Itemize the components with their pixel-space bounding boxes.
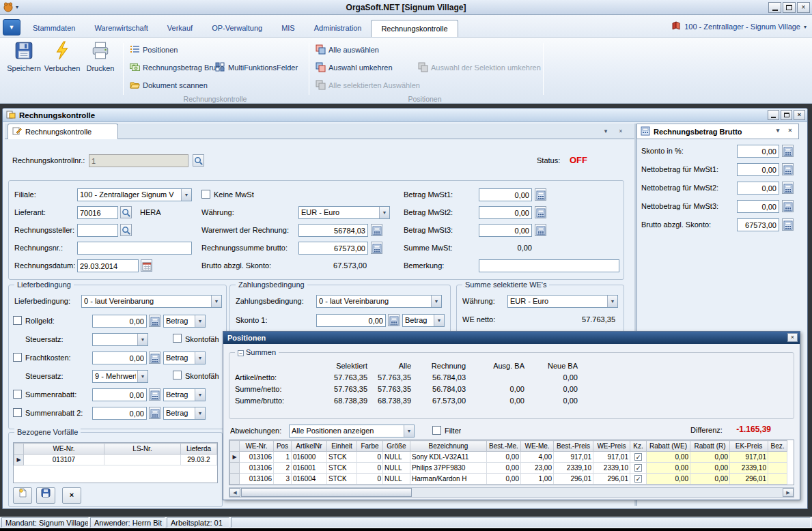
column-header[interactable]: Rabatt (WE) bbox=[647, 441, 690, 452]
warenwert-input[interactable] bbox=[298, 224, 368, 237]
brutto-pane-header[interactable]: Rechnungsbetrag Brutto ▾ × bbox=[636, 124, 799, 139]
column-header[interactable]: Einheit bbox=[327, 441, 357, 452]
column-header[interactable]: Pos bbox=[274, 441, 292, 452]
grid-cell[interactable] bbox=[104, 455, 181, 465]
rechnungsdatum-calendar-button[interactable] bbox=[141, 259, 152, 272]
grid-cell[interactable]: ✓ bbox=[630, 452, 647, 463]
grid-cell[interactable]: 0,00 bbox=[690, 463, 730, 474]
application-menu-button[interactable]: ▼ bbox=[3, 19, 20, 35]
abweichungen-select[interactable]: Alle Positionen anzeigen▼ bbox=[289, 425, 415, 437]
grid-cell[interactable]: NULL bbox=[383, 463, 410, 474]
grid-cell[interactable]: NULL bbox=[383, 474, 410, 485]
checked-checkbox[interactable]: ✓ bbox=[634, 475, 642, 483]
dokument-scannen-button[interactable]: Dokument scannen bbox=[130, 78, 208, 92]
lieferant-search-button[interactable] bbox=[120, 206, 132, 218]
grid-cell[interactable]: 016004 bbox=[292, 474, 327, 485]
app-icon[interactable] bbox=[3, 1, 14, 14]
column-header[interactable]: WE-Me. bbox=[521, 441, 554, 452]
rechnungssumme-input[interactable] bbox=[298, 242, 368, 255]
kontrollnr-input[interactable] bbox=[89, 154, 188, 167]
netto-mwst3-calculator-button[interactable] bbox=[782, 200, 794, 212]
summenrabatt-checkbox[interactable] bbox=[13, 390, 22, 399]
column-header[interactable]: Rabatt (R) bbox=[690, 441, 730, 452]
grid-cell[interactable]: 296,01 bbox=[593, 474, 630, 485]
save-button[interactable]: Speichern bbox=[5, 40, 42, 92]
grid-row[interactable]: ▶0131061016000STCK0NULLSony KDL-V32A110,… bbox=[230, 452, 787, 463]
tab-close-button[interactable]: × bbox=[615, 126, 626, 137]
column-header[interactable]: Bez. bbox=[768, 441, 787, 452]
grid-cell[interactable]: 013106 bbox=[240, 463, 274, 474]
column-header[interactable]: WE-Preis bbox=[593, 441, 630, 452]
column-header[interactable]: Best.-Me. bbox=[487, 441, 521, 452]
column-header[interactable]: Bezeichnung bbox=[410, 441, 487, 452]
rechnungssumme-calculator-button[interactable] bbox=[371, 242, 382, 254]
we-waehrung-select[interactable]: EUR - Euro▼ bbox=[507, 295, 618, 308]
waehrung-select[interactable]: EUR - Euro▼ bbox=[298, 206, 390, 219]
scroll-left-arrow[interactable]: ◀ bbox=[229, 488, 240, 497]
grid-cell[interactable]: 296,01 bbox=[554, 474, 593, 485]
close-button[interactable]: × bbox=[797, 2, 810, 13]
column-header[interactable]: Kz. bbox=[630, 441, 647, 452]
betrag-mwst1-calculator-button[interactable] bbox=[535, 188, 546, 201]
grid-cell[interactable]: Harman/Kardon H bbox=[410, 474, 487, 485]
tab-mis[interactable]: MIS bbox=[272, 20, 305, 37]
quick-access-caret-icon[interactable]: ▾ bbox=[16, 4, 18, 10]
grid-cell[interactable]: 2339,10 bbox=[554, 463, 593, 474]
tab-warenwirtschaft[interactable]: Warenwirtschaft bbox=[85, 20, 157, 37]
grid-cell[interactable]: 3 bbox=[274, 474, 292, 485]
column-header[interactable]: WE-Nr. bbox=[24, 444, 104, 455]
grid-row[interactable]: 0131063016004STCK0NULLHarman/Kardon H0,0… bbox=[230, 474, 787, 485]
grid-cell[interactable]: ✓ bbox=[630, 463, 647, 474]
grid-cell[interactable]: 0 bbox=[357, 474, 383, 485]
grid-cell[interactable]: 0,00 bbox=[690, 474, 730, 485]
betrag-mwst1-input[interactable] bbox=[479, 188, 532, 201]
steuersatz1-select[interactable]: ▼ bbox=[92, 333, 148, 346]
summenrabatt2-checkbox[interactable] bbox=[13, 408, 22, 417]
grid-cell[interactable]: 2 bbox=[274, 463, 292, 474]
brutto-abzgl-skonto-input[interactable] bbox=[737, 218, 779, 231]
rechnungssteller-input[interactable] bbox=[77, 224, 118, 237]
window-maximize-button[interactable] bbox=[781, 110, 792, 120]
scrollbar-thumb[interactable] bbox=[241, 488, 412, 497]
grid-cell[interactable] bbox=[768, 474, 787, 485]
column-header[interactable]: Größe bbox=[383, 441, 410, 452]
betrag-mwst2-input[interactable] bbox=[479, 206, 532, 219]
warenwert-calculator-button[interactable] bbox=[371, 224, 382, 236]
betrag-mwst3-calculator-button[interactable] bbox=[535, 224, 546, 236]
skonto1-input[interactable] bbox=[316, 314, 386, 327]
tab-administration[interactable]: Administration bbox=[305, 20, 372, 37]
multifunktionsfelder-button[interactable]: MultiFunktionsFelder bbox=[215, 61, 298, 74]
netto-mwst1-calculator-button[interactable] bbox=[782, 163, 794, 175]
tab-stammdaten[interactable]: Stammdaten bbox=[23, 20, 85, 37]
grid-cell[interactable]: 013107 bbox=[24, 455, 104, 465]
grid-cell[interactable]: Sony KDL-V32A11 bbox=[410, 452, 487, 463]
horizontal-scrollbar[interactable]: ◀ ▶ bbox=[229, 487, 794, 498]
grid-cell[interactable]: ✓ bbox=[630, 474, 647, 485]
grid-cell[interactable]: STCK bbox=[327, 463, 357, 474]
summenrabatt2-calculator-button[interactable] bbox=[149, 407, 160, 419]
column-header[interactable]: WE-Nr. bbox=[240, 441, 274, 452]
rechnungssteller-search-button[interactable] bbox=[120, 224, 132, 236]
grid-cell[interactable]: 0 bbox=[357, 452, 383, 463]
column-header[interactable]: LS-Nr. bbox=[104, 444, 181, 455]
tab-verkauf[interactable]: Verkauf bbox=[158, 20, 202, 37]
skonto1-calculator-button[interactable] bbox=[388, 314, 400, 326]
grid-cell[interactable]: 013106 bbox=[240, 474, 274, 485]
alle-auswaehlen-button[interactable]: Alle auswählen bbox=[316, 43, 379, 57]
grid-cell[interactable]: 29.03.2 bbox=[181, 455, 217, 465]
grid-cell[interactable]: 2339,10 bbox=[593, 463, 630, 474]
positionen-button[interactable]: Positionen bbox=[130, 43, 178, 57]
grid-cell[interactable]: NULL bbox=[383, 452, 410, 463]
grid-cell[interactable]: 4,00 bbox=[521, 452, 554, 463]
alle-selektierten-auswaehlen-button[interactable]: Alle selektierten Auswählen bbox=[316, 78, 420, 92]
tab-rechnungskontrolle-document[interactable]: Rechnungskontrolle bbox=[8, 124, 118, 139]
frachtkosten-input[interactable] bbox=[92, 351, 147, 364]
checked-checkbox[interactable]: ✓ bbox=[634, 453, 642, 461]
rollgeld-input[interactable] bbox=[92, 315, 147, 328]
tab-rechnungskontrolle[interactable]: Rechnungskontrolle bbox=[371, 20, 458, 37]
rechnungsnr-input[interactable] bbox=[77, 242, 192, 255]
grid-cell[interactable]: STCK bbox=[327, 452, 357, 463]
grid-cell[interactable]: 0,00 bbox=[647, 474, 690, 485]
filiale-select[interactable]: 100 - Zentrallager Signum V▼ bbox=[77, 188, 192, 201]
grid-cell[interactable]: 23,00 bbox=[521, 463, 554, 474]
